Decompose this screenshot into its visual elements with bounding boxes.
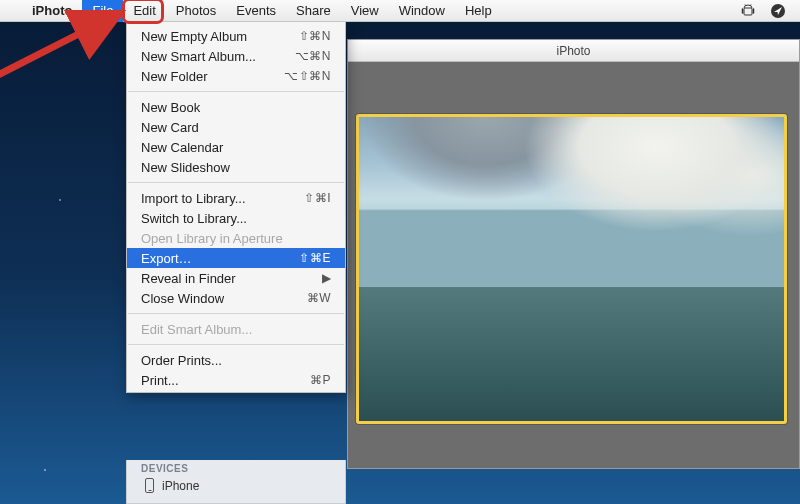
menuitem-label: New Calendar [141, 140, 223, 155]
menu-separator [128, 313, 344, 314]
menuitem-new-card[interactable]: New Card [127, 117, 345, 137]
menuitem-new-folder[interactable]: New Folder⌥⇧⌘N [127, 66, 345, 86]
menuitem-shortcut: ⌘W [307, 291, 331, 305]
iphone-icon [145, 478, 154, 493]
photo-canvas [348, 100, 799, 468]
menuitem-label: Import to Library... [141, 191, 246, 206]
menu-events[interactable]: Events [226, 0, 286, 22]
photo-thumbnail [359, 117, 784, 421]
menuitem-shortcut: ⇧⌘N [299, 29, 331, 43]
menuitem-label: New Smart Album... [141, 49, 256, 64]
menuitem-new-empty-album[interactable]: New Empty Album⇧⌘N [127, 26, 345, 46]
menuitem-new-calendar[interactable]: New Calendar [127, 137, 345, 157]
menu-view[interactable]: View [341, 0, 389, 22]
menuitem-label: New Book [141, 100, 200, 115]
menuitem-label: New Empty Album [141, 29, 247, 44]
menubar: iPhoto FileEditPhotosEventsShareViewWind… [0, 0, 800, 22]
menuitem-label: New Folder [141, 69, 207, 84]
window-title: iPhoto [556, 44, 590, 58]
menuitem-export[interactable]: Export…⇧⌘E [127, 248, 345, 268]
menu-share[interactable]: Share [286, 0, 341, 22]
menuitem-new-smart-album[interactable]: New Smart Album...⌥⌘N [127, 46, 345, 66]
sidebar-item-label: iPhone [162, 479, 199, 493]
menuitem-label: Edit Smart Album... [141, 322, 252, 337]
menuitem-shortcut: ⌥⌘N [295, 49, 331, 63]
menuitem-shortcut: ⌘P [310, 373, 331, 387]
menuitem-label: Reveal in Finder [141, 271, 236, 286]
menuitem-label: Switch to Library... [141, 211, 247, 226]
selected-photo[interactable] [356, 114, 787, 424]
menuitem-shortcut: ⌥⇧⌘N [284, 69, 331, 83]
menuitem-import-to-library[interactable]: Import to Library...⇧⌘I [127, 188, 345, 208]
sidebar-section-header: DEVICES [127, 460, 345, 476]
menu-file[interactable]: File [82, 0, 123, 22]
menu-edit[interactable]: Edit [123, 0, 165, 22]
menuitem-open-library-in-aperture: Open Library in Aperture [127, 228, 345, 248]
menu-separator [128, 91, 344, 92]
menu-separator [128, 182, 344, 183]
svg-rect-1 [744, 8, 752, 15]
menuitem-close-window[interactable]: Close Window⌘W [127, 288, 345, 308]
menu-separator [128, 344, 344, 345]
menu-photos[interactable]: Photos [166, 0, 226, 22]
menuitem-label: New Slideshow [141, 160, 230, 175]
menuitem-reveal-in-finder[interactable]: Reveal in Finder▶ [127, 268, 345, 288]
menuitem-label: Order Prints... [141, 353, 222, 368]
menuitem-shortcut: ⇧⌘I [304, 191, 331, 205]
submenu-arrow-icon: ▶ [322, 271, 332, 285]
menuitem-switch-to-library[interactable]: Switch to Library... [127, 208, 345, 228]
menuitem-edit-smart-album: Edit Smart Album... [127, 319, 345, 339]
location-icon[interactable] [770, 3, 786, 19]
file-menu-dropdown: New Empty Album⇧⌘NNew Smart Album...⌥⌘NN… [126, 22, 346, 393]
sidebar: DEVICES iPhone [126, 460, 346, 504]
menu-window[interactable]: Window [389, 0, 455, 22]
menuitem-label: Open Library in Aperture [141, 231, 283, 246]
iphoto-window: iPhoto [347, 39, 800, 469]
app-title[interactable]: iPhoto [22, 3, 82, 18]
menubar-tray [740, 3, 800, 19]
menu-help[interactable]: Help [455, 0, 502, 22]
menuitem-new-book[interactable]: New Book [127, 97, 345, 117]
android-icon[interactable] [740, 3, 756, 19]
menuitem-order-prints[interactable]: Order Prints... [127, 350, 345, 370]
menuitem-label: New Card [141, 120, 199, 135]
menuitem-label: Export… [141, 251, 192, 266]
sidebar-item-iphone[interactable]: iPhone [127, 476, 345, 495]
menuitem-label: Print... [141, 373, 179, 388]
menuitem-print[interactable]: Print...⌘P [127, 370, 345, 390]
window-titlebar[interactable]: iPhoto [348, 40, 799, 62]
menuitem-new-slideshow[interactable]: New Slideshow [127, 157, 345, 177]
menuitem-label: Close Window [141, 291, 224, 306]
menuitem-shortcut: ⇧⌘E [299, 251, 331, 265]
